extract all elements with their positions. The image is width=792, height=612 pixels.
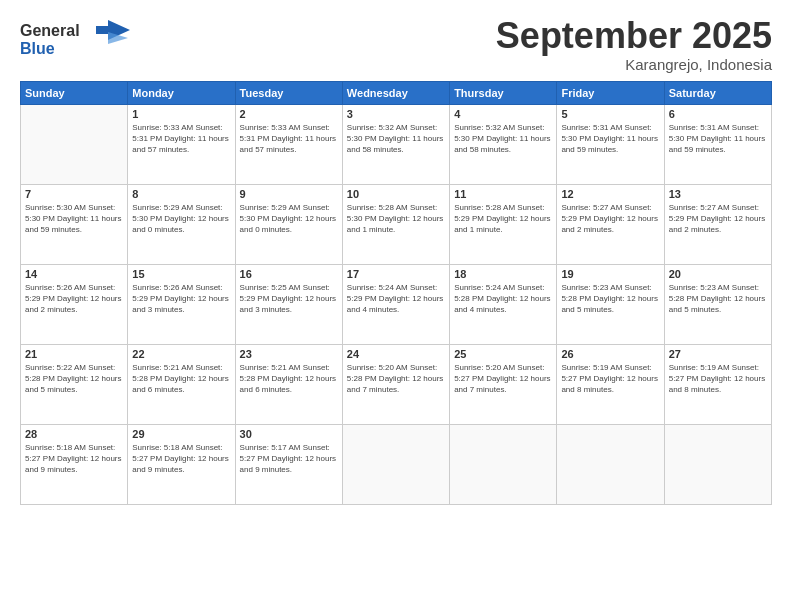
day-info: Sunrise: 5:20 AM Sunset: 5:28 PM Dayligh… <box>347 362 445 396</box>
calendar-cell <box>450 424 557 504</box>
day-number: 30 <box>240 428 338 440</box>
calendar-table: Sunday Monday Tuesday Wednesday Thursday… <box>20 81 772 505</box>
calendar-cell: 6Sunrise: 5:31 AM Sunset: 5:30 PM Daylig… <box>664 104 771 184</box>
day-number: 11 <box>454 188 552 200</box>
day-info: Sunrise: 5:31 AM Sunset: 5:30 PM Dayligh… <box>561 122 659 156</box>
calendar-cell: 20Sunrise: 5:23 AM Sunset: 5:28 PM Dayli… <box>664 264 771 344</box>
calendar-cell: 14Sunrise: 5:26 AM Sunset: 5:29 PM Dayli… <box>21 264 128 344</box>
calendar-cell: 5Sunrise: 5:31 AM Sunset: 5:30 PM Daylig… <box>557 104 664 184</box>
location-subtitle: Karangrejo, Indonesia <box>496 56 772 73</box>
day-info: Sunrise: 5:22 AM Sunset: 5:28 PM Dayligh… <box>25 362 123 396</box>
day-info: Sunrise: 5:29 AM Sunset: 5:30 PM Dayligh… <box>132 202 230 236</box>
day-number: 5 <box>561 108 659 120</box>
day-number: 17 <box>347 268 445 280</box>
day-info: Sunrise: 5:32 AM Sunset: 5:30 PM Dayligh… <box>454 122 552 156</box>
day-info: Sunrise: 5:33 AM Sunset: 5:31 PM Dayligh… <box>240 122 338 156</box>
day-number: 8 <box>132 188 230 200</box>
day-number: 29 <box>132 428 230 440</box>
day-number: 16 <box>240 268 338 280</box>
day-number: 25 <box>454 348 552 360</box>
day-number: 19 <box>561 268 659 280</box>
calendar-cell: 30Sunrise: 5:17 AM Sunset: 5:27 PM Dayli… <box>235 424 342 504</box>
header-friday: Friday <box>557 81 664 104</box>
calendar-cell: 4Sunrise: 5:32 AM Sunset: 5:30 PM Daylig… <box>450 104 557 184</box>
day-number: 15 <box>132 268 230 280</box>
day-info: Sunrise: 5:32 AM Sunset: 5:30 PM Dayligh… <box>347 122 445 156</box>
day-number: 7 <box>25 188 123 200</box>
calendar-cell: 27Sunrise: 5:19 AM Sunset: 5:27 PM Dayli… <box>664 344 771 424</box>
calendar-cell: 28Sunrise: 5:18 AM Sunset: 5:27 PM Dayli… <box>21 424 128 504</box>
day-info: Sunrise: 5:18 AM Sunset: 5:27 PM Dayligh… <box>25 442 123 476</box>
day-number: 4 <box>454 108 552 120</box>
calendar-cell: 23Sunrise: 5:21 AM Sunset: 5:28 PM Dayli… <box>235 344 342 424</box>
day-number: 12 <box>561 188 659 200</box>
day-info: Sunrise: 5:30 AM Sunset: 5:30 PM Dayligh… <box>25 202 123 236</box>
day-info: Sunrise: 5:23 AM Sunset: 5:28 PM Dayligh… <box>669 282 767 316</box>
page: General Blue September 2025 Karangrejo, … <box>0 0 792 612</box>
day-info: Sunrise: 5:19 AM Sunset: 5:27 PM Dayligh… <box>669 362 767 396</box>
day-number: 24 <box>347 348 445 360</box>
calendar-cell: 15Sunrise: 5:26 AM Sunset: 5:29 PM Dayli… <box>128 264 235 344</box>
logo: General Blue <box>20 16 140 64</box>
day-info: Sunrise: 5:20 AM Sunset: 5:27 PM Dayligh… <box>454 362 552 396</box>
day-info: Sunrise: 5:27 AM Sunset: 5:29 PM Dayligh… <box>561 202 659 236</box>
day-number: 20 <box>669 268 767 280</box>
day-info: Sunrise: 5:26 AM Sunset: 5:29 PM Dayligh… <box>25 282 123 316</box>
day-info: Sunrise: 5:24 AM Sunset: 5:28 PM Dayligh… <box>454 282 552 316</box>
day-number: 26 <box>561 348 659 360</box>
calendar-cell: 8Sunrise: 5:29 AM Sunset: 5:30 PM Daylig… <box>128 184 235 264</box>
header-tuesday: Tuesday <box>235 81 342 104</box>
day-number: 10 <box>347 188 445 200</box>
calendar-week-3: 21Sunrise: 5:22 AM Sunset: 5:28 PM Dayli… <box>21 344 772 424</box>
day-number: 22 <box>132 348 230 360</box>
svg-text:Blue: Blue <box>20 40 55 57</box>
month-title: September 2025 <box>496 16 772 56</box>
day-info: Sunrise: 5:19 AM Sunset: 5:27 PM Dayligh… <box>561 362 659 396</box>
header-wednesday: Wednesday <box>342 81 449 104</box>
header-saturday: Saturday <box>664 81 771 104</box>
day-info: Sunrise: 5:21 AM Sunset: 5:28 PM Dayligh… <box>132 362 230 396</box>
calendar-cell: 3Sunrise: 5:32 AM Sunset: 5:30 PM Daylig… <box>342 104 449 184</box>
day-number: 1 <box>132 108 230 120</box>
calendar-cell: 24Sunrise: 5:20 AM Sunset: 5:28 PM Dayli… <box>342 344 449 424</box>
calendar-cell: 13Sunrise: 5:27 AM Sunset: 5:29 PM Dayli… <box>664 184 771 264</box>
header-monday: Monday <box>128 81 235 104</box>
day-number: 18 <box>454 268 552 280</box>
day-info: Sunrise: 5:24 AM Sunset: 5:29 PM Dayligh… <box>347 282 445 316</box>
calendar-cell: 12Sunrise: 5:27 AM Sunset: 5:29 PM Dayli… <box>557 184 664 264</box>
calendar-cell: 25Sunrise: 5:20 AM Sunset: 5:27 PM Dayli… <box>450 344 557 424</box>
day-number: 3 <box>347 108 445 120</box>
svg-text:General: General <box>20 22 80 39</box>
day-number: 28 <box>25 428 123 440</box>
header-thursday: Thursday <box>450 81 557 104</box>
calendar-cell <box>664 424 771 504</box>
calendar-cell: 17Sunrise: 5:24 AM Sunset: 5:29 PM Dayli… <box>342 264 449 344</box>
day-info: Sunrise: 5:28 AM Sunset: 5:29 PM Dayligh… <box>454 202 552 236</box>
logo-text: General Blue <box>20 16 140 64</box>
calendar-cell: 9Sunrise: 5:29 AM Sunset: 5:30 PM Daylig… <box>235 184 342 264</box>
calendar-cell: 18Sunrise: 5:24 AM Sunset: 5:28 PM Dayli… <box>450 264 557 344</box>
day-number: 21 <box>25 348 123 360</box>
calendar-week-2: 14Sunrise: 5:26 AM Sunset: 5:29 PM Dayli… <box>21 264 772 344</box>
day-info: Sunrise: 5:29 AM Sunset: 5:30 PM Dayligh… <box>240 202 338 236</box>
day-number: 2 <box>240 108 338 120</box>
calendar-cell: 2Sunrise: 5:33 AM Sunset: 5:31 PM Daylig… <box>235 104 342 184</box>
day-info: Sunrise: 5:23 AM Sunset: 5:28 PM Dayligh… <box>561 282 659 316</box>
calendar-cell: 10Sunrise: 5:28 AM Sunset: 5:30 PM Dayli… <box>342 184 449 264</box>
calendar-cell <box>342 424 449 504</box>
header-sunday: Sunday <box>21 81 128 104</box>
day-number: 6 <box>669 108 767 120</box>
day-info: Sunrise: 5:17 AM Sunset: 5:27 PM Dayligh… <box>240 442 338 476</box>
day-info: Sunrise: 5:31 AM Sunset: 5:30 PM Dayligh… <box>669 122 767 156</box>
day-info: Sunrise: 5:33 AM Sunset: 5:31 PM Dayligh… <box>132 122 230 156</box>
calendar-cell <box>21 104 128 184</box>
calendar-cell: 16Sunrise: 5:25 AM Sunset: 5:29 PM Dayli… <box>235 264 342 344</box>
title-block: September 2025 Karangrejo, Indonesia <box>496 16 772 73</box>
day-number: 13 <box>669 188 767 200</box>
calendar-week-0: 1Sunrise: 5:33 AM Sunset: 5:31 PM Daylig… <box>21 104 772 184</box>
header-row: Sunday Monday Tuesday Wednesday Thursday… <box>21 81 772 104</box>
calendar-cell <box>557 424 664 504</box>
calendar-cell: 26Sunrise: 5:19 AM Sunset: 5:27 PM Dayli… <box>557 344 664 424</box>
calendar-week-4: 28Sunrise: 5:18 AM Sunset: 5:27 PM Dayli… <box>21 424 772 504</box>
day-number: 23 <box>240 348 338 360</box>
